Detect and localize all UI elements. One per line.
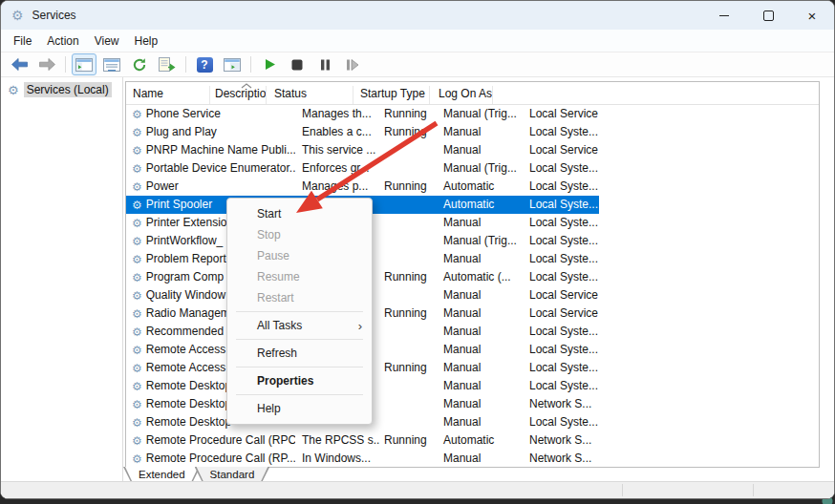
menubar-item[interactable]: Action bbox=[39, 32, 86, 50]
service-row[interactable]: Remote Procedure Call (RPC) The RPCSS s.… bbox=[126, 431, 599, 450]
menu-separator bbox=[236, 367, 363, 368]
submenu-chevron-icon: › bbox=[358, 319, 362, 333]
service-startup-type: Manual bbox=[436, 377, 523, 395]
toolbar-separator bbox=[185, 56, 186, 73]
service-gear-icon bbox=[132, 363, 142, 374]
services-app-icon bbox=[11, 9, 24, 22]
column-header[interactable]: Log On As bbox=[430, 86, 493, 104]
context-menu-item: Stop bbox=[227, 224, 372, 245]
service-status: Running bbox=[379, 359, 436, 377]
service-name: Phone Service bbox=[146, 105, 221, 123]
service-log-on-as: Network S... bbox=[523, 395, 599, 413]
service-gear-icon bbox=[132, 200, 142, 211]
service-status: Running bbox=[379, 178, 436, 196]
maximize-button[interactable] bbox=[746, 1, 790, 30]
service-gear-icon bbox=[132, 181, 142, 193]
context-menu-item[interactable]: Refresh bbox=[227, 343, 372, 364]
menu-bar: FileActionViewHelp bbox=[1, 30, 834, 52]
pause-service-icon[interactable] bbox=[312, 53, 337, 75]
context-menu-item[interactable]: Start bbox=[227, 203, 372, 224]
services-window: Services × FileActionViewHelp bbox=[0, 0, 835, 499]
titlebar[interactable]: Services × bbox=[1, 1, 834, 30]
service-name: Quality Window bbox=[146, 286, 225, 304]
service-gear-icon bbox=[132, 109, 142, 120]
toolbar-separator bbox=[250, 56, 251, 73]
service-status: Running bbox=[379, 268, 436, 286]
menubar-item[interactable]: File bbox=[6, 32, 39, 50]
service-row[interactable]: Portable Device Enumerator... Enforces g… bbox=[126, 159, 599, 178]
forward-icon[interactable] bbox=[34, 53, 59, 75]
export-list-icon[interactable] bbox=[155, 53, 180, 75]
window-controls: × bbox=[702, 1, 834, 30]
back-icon[interactable] bbox=[7, 53, 32, 75]
service-row[interactable]: Power Manages p... Running Automatic Loc… bbox=[126, 178, 599, 196]
show-action-pane-icon[interactable] bbox=[220, 53, 245, 75]
help-icon[interactable]: ? bbox=[192, 53, 217, 75]
service-startup-type: Manual bbox=[436, 250, 523, 268]
service-startup-type: Automatic bbox=[436, 431, 523, 450]
service-log-on-as: Local Syste... bbox=[523, 377, 599, 395]
column-header[interactable]: Description bbox=[210, 86, 267, 104]
service-log-on-as: Local Syste... bbox=[523, 341, 599, 359]
service-status: Running bbox=[379, 105, 436, 123]
column-header[interactable]: Startup Type bbox=[353, 86, 430, 104]
service-row[interactable]: Phone Service Manages th... Running Manu… bbox=[126, 105, 599, 123]
window-title: Services bbox=[32, 9, 76, 22]
service-startup-type: Automatic bbox=[436, 196, 523, 214]
minimize-icon bbox=[719, 15, 729, 16]
main-content: Services (Local) NameDescriptionStatusSt… bbox=[1, 77, 834, 498]
service-log-on-as: Network S... bbox=[523, 431, 599, 450]
service-gear-icon bbox=[132, 145, 142, 157]
service-gear-icon bbox=[132, 345, 142, 356]
service-log-on-as: Local Syste... bbox=[523, 178, 599, 196]
show-console-tree-icon[interactable] bbox=[72, 53, 96, 75]
service-startup-type: Manual (Trig... bbox=[436, 232, 523, 250]
service-startup-type: Manual bbox=[436, 141, 523, 159]
service-name: Print Spooler bbox=[146, 196, 212, 214]
tree-item-services-local[interactable]: Services (Local) bbox=[8, 82, 122, 97]
service-name: Remote Desktop bbox=[146, 413, 231, 431]
restart-service-icon[interactable] bbox=[340, 53, 365, 75]
service-startup-type: Manual bbox=[436, 123, 523, 141]
context-menu-item[interactable]: Properties bbox=[227, 370, 372, 391]
service-name: Portable Device Enumerator... bbox=[146, 159, 295, 178]
properties-window-icon[interactable] bbox=[99, 53, 124, 75]
menubar-item[interactable]: View bbox=[87, 32, 127, 50]
context-menu-item[interactable]: All Tasks › bbox=[227, 315, 372, 336]
service-name: Problem Report bbox=[146, 250, 226, 268]
service-startup-type: Manual bbox=[436, 450, 523, 468]
service-startup-type: Manual bbox=[436, 413, 523, 431]
close-button[interactable]: × bbox=[790, 1, 834, 30]
context-menu: Start Stop Pause Resume Restart bbox=[226, 198, 373, 425]
context-menu-item: Restart bbox=[227, 287, 372, 308]
service-gear-icon bbox=[132, 435, 142, 447]
service-name: Plug and Play bbox=[146, 123, 217, 141]
start-service-icon[interactable] bbox=[257, 53, 282, 75]
statusbar-divider bbox=[622, 484, 623, 496]
service-log-on-as: Local Syste... bbox=[523, 359, 599, 377]
service-startup-type: Manual bbox=[436, 304, 523, 323]
context-menu-item: Pause bbox=[227, 245, 372, 266]
menu-separator bbox=[236, 339, 363, 340]
service-row[interactable]: Plug and Play Enables a c... Running Man… bbox=[126, 123, 599, 141]
context-menu-item[interactable]: Help bbox=[227, 398, 372, 419]
service-name: Printer Extensio bbox=[146, 214, 227, 232]
menubar-item[interactable]: Help bbox=[127, 32, 166, 50]
service-gear-icon bbox=[132, 308, 142, 320]
service-log-on-as: Local Service bbox=[523, 141, 599, 159]
stop-service-icon[interactable] bbox=[285, 53, 310, 75]
service-row[interactable]: PNRP Machine Name Publi... This service … bbox=[126, 141, 599, 159]
statusbar-divider bbox=[753, 484, 754, 496]
service-startup-type: Manual bbox=[436, 341, 523, 359]
service-row[interactable]: Remote Procedure Call (RP... In Windows.… bbox=[126, 450, 599, 468]
service-log-on-as: Network S... bbox=[523, 450, 599, 468]
column-header[interactable]: Name bbox=[126, 86, 210, 104]
service-name: Remote Access bbox=[146, 341, 225, 359]
refresh-icon[interactable] bbox=[127, 53, 152, 75]
column-header[interactable]: Status bbox=[267, 86, 353, 104]
minimize-button[interactable] bbox=[702, 1, 746, 30]
service-gear-icon bbox=[132, 417, 142, 429]
menu-separator bbox=[236, 311, 363, 312]
service-status: Running bbox=[379, 123, 436, 141]
service-name: Program Comp bbox=[146, 268, 224, 286]
